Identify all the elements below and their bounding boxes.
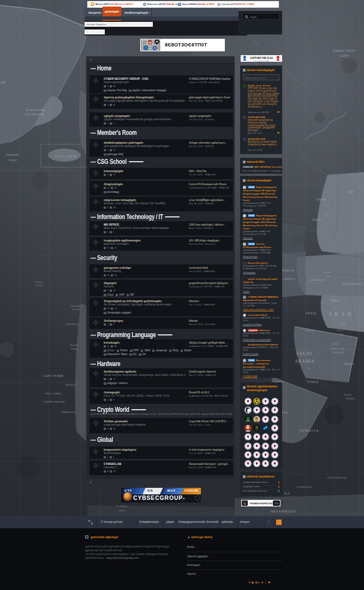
svg-text:YEMEN: YEMEN <box>307 380 319 384</box>
svg-text:CAPE VERDE: CAPE VERDE <box>43 374 64 377</box>
svg-text:SAUDI: SAUDI <box>296 351 312 356</box>
svg-text:Perm': Perm' <box>347 190 354 193</box>
svg-text:SEYCHELLES: SEYCHELLES <box>327 476 347 479</box>
svg-text:COMOROS: COMOROS <box>297 486 312 488</box>
svg-text:AZERBAIJAN: AZERBAIJAN <box>309 279 326 281</box>
svg-text:Persian: Persian <box>336 329 343 332</box>
svg-text:I R A N: I R A N <box>330 311 353 317</box>
svg-text:SOMALIA: SOMALIA <box>299 428 319 432</box>
svg-text:LAND: LAND <box>339 54 349 57</box>
svg-text:EMIRATES: EMIRATES <box>333 351 344 354</box>
svg-text:Caspian: Caspian <box>324 271 332 274</box>
svg-text:SENEGAL: SENEGAL <box>65 384 77 386</box>
svg-text:4: 4 <box>325 214 327 217</box>
svg-text:(U.K.): (U.K.) <box>119 509 126 512</box>
svg-text:SIERRA LEO: SIERRA LEO <box>61 411 77 414</box>
svg-text:IRAQ: IRAQ <box>306 311 317 315</box>
svg-text:OLA: OLA <box>284 492 290 495</box>
svg-text:KUWAIT: KUWAIT <box>306 329 314 332</box>
svg-text:(Scoresbysund): (Scoresbysund) <box>25 113 44 116</box>
svg-text:OMAN: OMAN <box>344 362 354 365</box>
svg-text:TURKMENIS: TURKMENIS <box>343 282 363 286</box>
svg-text:4: 4 <box>327 204 329 207</box>
svg-text:CANARY IS.: CANARY IS. <box>65 323 79 326</box>
svg-text:GUINEA-BISSAU: GUINEA-BISSAU <box>44 400 65 403</box>
svg-text:THE GAMBIA: THE GAMBIA <box>45 392 62 395</box>
svg-text:(PORT.): (PORT.) <box>36 284 44 287</box>
svg-text:Sahara: Sahara <box>71 347 77 350</box>
svg-text:3: 3 <box>308 367 309 370</box>
svg-text:MADEIRA: MADEIRA <box>71 305 83 308</box>
svg-text:*Tehran: *Tehran <box>330 299 339 302</box>
svg-text:nd: nd <box>1 80 5 85</box>
svg-text:3 ½: 3 ½ <box>341 322 346 326</box>
svg-text:FRANZ JOSEF: FRANZ JOSEF <box>332 49 356 52</box>
svg-text:ARABIA: ARABIA <box>295 359 315 364</box>
svg-text:Socotra: Socotra <box>344 393 352 396</box>
svg-text:ARMENIA: ARMENIA <box>283 278 296 280</box>
svg-text:Izhevsk: Izhevsk <box>317 198 326 201</box>
svg-text:AZORES: AZORES <box>34 281 44 284</box>
svg-text:Sea: Sea <box>326 275 330 278</box>
svg-text:Ittoqqortoormiit: Ittoqqortoormiit <box>26 108 46 111</box>
svg-text:St. Helena: St. Helena <box>116 505 127 508</box>
svg-text:(YEMEN): (YEMEN) <box>345 397 355 400</box>
svg-text:Denmark: Denmark <box>5 152 19 156</box>
svg-text:UNITED ARAB: UNITED ARAB <box>330 347 345 350</box>
svg-text:Gulf: Gulf <box>339 333 344 335</box>
svg-text:Strait: Strait <box>9 158 17 162</box>
svg-text:Western: Western <box>70 344 78 346</box>
svg-text:ISLAND: ISLAND <box>73 308 81 311</box>
svg-text:QATAR: QATAR <box>332 343 339 345</box>
svg-text:ICELAND: ICELAND <box>55 154 77 158</box>
svg-text:Samara: Samara <box>312 218 321 221</box>
